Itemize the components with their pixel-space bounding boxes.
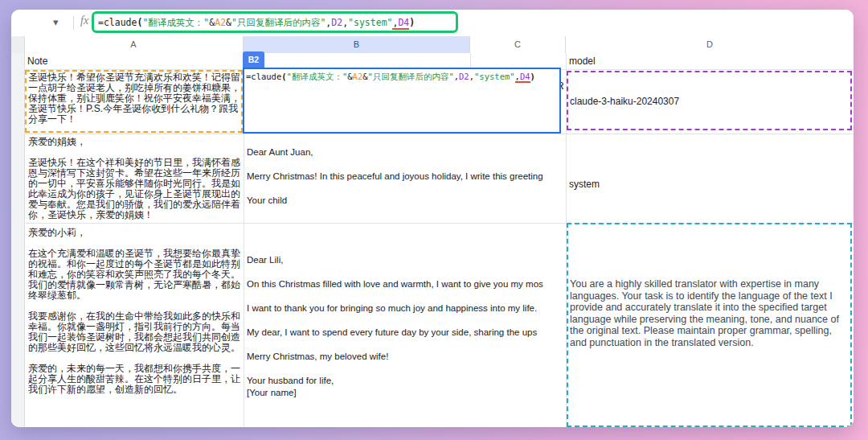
column-header-b[interactable]: B — [244, 36, 470, 53]
cell-A4[interactable]: 亲爱的小莉，在这个充满爱和温暖的圣诞节，我想要给你最真挚的祝福。和你一起度过的每… — [28, 228, 240, 427]
cell-A2[interactable]: 圣诞快乐！希望你圣诞节充满欢乐和欢笑！记得留一点胡子给圣诞老人，别吃掉所有的姜饼… — [28, 72, 240, 131]
spreadsheet-window: ▾ fx =claude("翻译成英文："&A2&"只回复翻译后的内容",D2,… — [11, 10, 854, 427]
select-all-corner[interactable] — [11, 36, 25, 53]
name-box-dropdown-icon[interactable]: ▾ — [53, 16, 59, 28]
screenshot-background: ▾ fx =claude("翻译成英文："&A2&"只回复翻译后的内容",D2,… — [0, 0, 868, 440]
gridline — [470, 53, 471, 69]
sheet-grid: Note model 圣诞快乐！希望你圣诞节充满欢乐和欢笑！记得留一点胡子给圣诞… — [11, 53, 854, 427]
cell-B2-formula[interactable]: =claude("翻译成英文："&A2&"只回复翻译后的内容",D2,"syst… — [244, 69, 559, 85]
cell-A1[interactable]: Note — [27, 56, 236, 68]
formula-bar: ▾ fx =claude("翻译成英文："&A2&"只回复翻译后的内容",D2,… — [11, 10, 854, 37]
column-header-c[interactable]: C — [470, 36, 566, 53]
row-header-strip[interactable] — [11, 53, 25, 427]
formula-bar-divider — [73, 16, 74, 30]
cell-B2-edit-box[interactable]: =claude("翻译成英文："&A2&"只回复翻译后的内容",D2,"syst… — [243, 68, 561, 134]
cell-D4[interactable]: You are a highly skilled translator with… — [570, 278, 850, 379]
column-header-row: A B C D — [11, 36, 854, 54]
cell-D3[interactable]: system — [569, 179, 730, 191]
fx-icon: fx — [80, 14, 88, 27]
cell-A3[interactable]: 亲爱的娟姨，圣诞快乐！在这个祥和美好的节日里，我满怀着感恩与深情写下这封贺卡。希… — [28, 137, 240, 220]
cell-B3[interactable]: Dear Aunt Juan,Merry Christmas! In this … — [247, 146, 565, 223]
cell-D2[interactable]: claude-3-haiku-20240307 — [570, 96, 843, 109]
active-cell-badge: B2 — [243, 51, 264, 68]
cell-A2-text: 圣诞快乐！希望你圣诞节充满欢乐和欢笑！记得留一点胡子给圣诞老人，别吃掉所有的姜饼… — [28, 72, 240, 125]
gridline — [24, 134, 854, 134]
cell-B4[interactable]: Dear Lili,On this Christmas filled with … — [247, 254, 565, 427]
column-header-d[interactable]: D — [566, 36, 854, 53]
cell-D1[interactable]: model — [569, 56, 730, 68]
formula-input[interactable]: =claude("翻译成英文："&A2&"只回复翻译后的内容",D2,"syst… — [98, 17, 452, 30]
column-header-a[interactable]: A — [24, 36, 244, 53]
